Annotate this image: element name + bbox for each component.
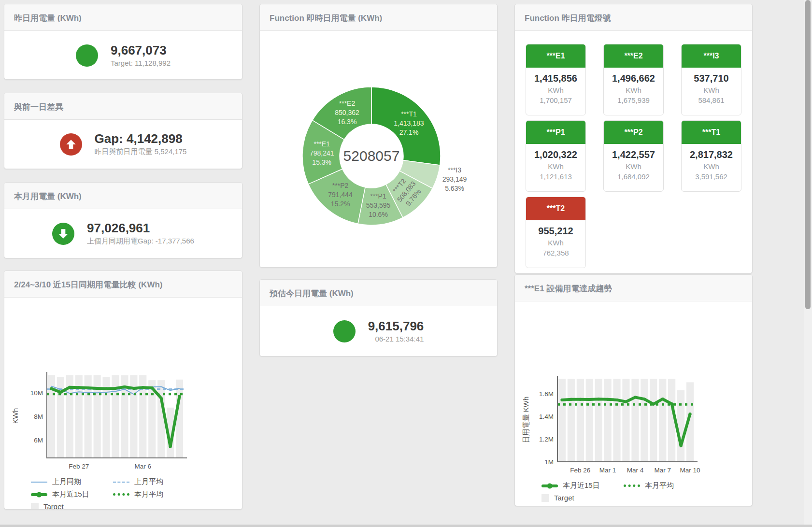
- svg-text:Mar 6: Mar 6: [135, 463, 152, 470]
- svg-text:KWh: KWh: [11, 408, 19, 424]
- card-title: 預估今日用電量 (KWh): [260, 280, 497, 306]
- tile-target: 762,358: [526, 249, 585, 257]
- stat-value: 9,667,073: [111, 43, 171, 57]
- legend-item-last-month-same-period[interactable]: 上月同期: [31, 477, 113, 486]
- tile-value: 537,710: [682, 73, 741, 84]
- status-tile-p1: ***P1 1,020,322 KWh 1,121,613: [526, 120, 586, 192]
- status-tile-e1: ***E1 1,415,856 KWh 1,700,157: [526, 44, 586, 115]
- tile-value: 2,817,832: [682, 149, 741, 160]
- status-tile-p2: ***P2 1,422,557 KWh 1,684,092: [603, 120, 664, 192]
- green-thick-line-swatch: [31, 493, 47, 496]
- svg-text:1M: 1M: [544, 458, 554, 466]
- tile-value: 1,422,557: [604, 149, 663, 160]
- svg-text:Mar 1: Mar 1: [599, 467, 616, 474]
- card-prev-day-gap: 與前一日差異 Gap: 4,142,898 昨日與前日用電量 5,524,175: [4, 93, 242, 169]
- arrow-down-icon: [52, 223, 74, 245]
- stat-row: Gap: 4,142,898 昨日與前日用電量 5,524,175: [4, 120, 242, 169]
- tile-header: ***P2: [604, 121, 663, 144]
- legend-item-target[interactable]: Target: [31, 502, 113, 510]
- card-realtime-donut: Function 即時日用電量 (KWh) ***T11,413,18327.1…: [259, 4, 498, 268]
- gray-box-swatch: [541, 494, 549, 502]
- card-e1-trend-chart: ***E1 設備用電達成趨勢 1M1.2M1.4M1.6MFeb 26Mar 1…: [514, 274, 753, 506]
- card-status-lights: Function 昨日用電燈號 ***E1 1,415,856 KWh 1,70…: [514, 4, 753, 273]
- svg-text:***I3: ***I3: [448, 166, 461, 174]
- card-title: 與前一日差異: [4, 93, 242, 120]
- vertical-scrollbar-thumb[interactable]: [805, 0, 811, 309]
- stat-row: 9,615,796 06-21 15:34:41: [260, 306, 497, 356]
- tile-target: 3,591,562: [682, 172, 741, 181]
- svg-text:791,444: 791,444: [328, 191, 353, 199]
- stat-value: Gap: 4,142,898: [95, 132, 187, 146]
- svg-text:***T1: ***T1: [401, 110, 417, 118]
- green-dotted-line-swatch: [624, 484, 640, 487]
- svg-text:10M: 10M: [30, 389, 43, 397]
- stat-value: 9,615,796: [368, 319, 424, 333]
- tile-unit: KWh: [526, 162, 585, 171]
- svg-text:16.3%: 16.3%: [338, 118, 357, 126]
- legend-item-target[interactable]: Target: [541, 494, 624, 502]
- gray-box-swatch: [31, 503, 39, 510]
- card-title: ***E1 設備用電達成趨勢: [515, 275, 752, 301]
- chart-area: 6M8M10MFeb 27Mar 6KWh 上月同期 上月平均 本月近1: [4, 370, 242, 510]
- tile-unit: KWh: [682, 162, 741, 171]
- svg-text:1,413,183: 1,413,183: [394, 119, 424, 127]
- stat-subtitle: 上個月同期用電Gap: -17,377,566: [87, 237, 194, 246]
- svg-text:Mar 7: Mar 7: [654, 467, 671, 474]
- svg-text:Feb 27: Feb 27: [69, 463, 89, 470]
- tile-unit: KWh: [526, 239, 585, 247]
- legend-label: 本月平均: [645, 481, 674, 490]
- svg-text:***P2: ***P2: [332, 182, 349, 189]
- svg-text:日用電量 KWh: 日用電量 KWh: [522, 397, 530, 443]
- tiles-area: ***E1 1,415,856 KWh 1,700,157 ***E2 1,49…: [515, 44, 752, 268]
- legend-item-last-month-average[interactable]: 上月平均: [113, 477, 195, 486]
- legend-label: 本月近15日: [563, 481, 600, 490]
- legend-item-this-month-average[interactable]: 本月平均: [624, 481, 706, 490]
- card-yesterday-usage: 昨日用電量 (KWh) 9,667,073 Target: 11,128,992: [4, 4, 242, 80]
- stat-text: 97,026,961 上個月同期用電Gap: -17,377,566: [87, 221, 194, 246]
- legend-item-this-month-15days[interactable]: 本月近15日: [541, 481, 624, 490]
- realtime-usage-donut-chart[interactable]: ***T11,413,18327.1%***I3293,1495.63%***T…: [260, 31, 498, 268]
- tile-unit: KWh: [604, 162, 663, 171]
- blue-dashed-line-swatch: [113, 482, 129, 483]
- comparison-line-chart[interactable]: 6M8M10MFeb 27Mar 6KWh: [4, 370, 236, 474]
- tile-value: 1,415,856: [526, 73, 585, 84]
- vertical-scrollbar-track[interactable]: [804, 0, 812, 527]
- svg-text:Mar 10: Mar 10: [680, 467, 700, 474]
- legend-label: 上月平均: [134, 477, 163, 486]
- e1-trend-line-chart[interactable]: 1M1.2M1.4M1.6MFeb 26Mar 1Mar 4Mar 7Mar 1…: [515, 374, 747, 478]
- tile-unit: KWh: [682, 86, 741, 94]
- arrow-up-icon: [60, 133, 82, 156]
- svg-text:Mar 4: Mar 4: [627, 467, 644, 474]
- chart-area: 1M1.2M1.4M1.6MFeb 26Mar 1Mar 4Mar 7Mar 1…: [515, 374, 752, 502]
- status-circle-green: [76, 44, 98, 67]
- tile-target: 1,121,613: [526, 172, 585, 181]
- svg-text:553,595: 553,595: [366, 201, 391, 209]
- tile-header: ***T1: [682, 121, 741, 144]
- tile-value: 1,020,322: [526, 149, 585, 160]
- legend-item-this-month-average[interactable]: 本月平均: [113, 490, 195, 499]
- green-dotted-line-swatch: [113, 493, 129, 496]
- stat-text: 9,667,073 Target: 11,128,992: [111, 43, 171, 67]
- svg-text:1.6M: 1.6M: [539, 390, 554, 398]
- tile-target: 1,684,092: [604, 172, 663, 181]
- stat-row: 97,026,961 上個月同期用電Gap: -17,377,566: [4, 209, 242, 258]
- svg-text:5.63%: 5.63%: [445, 185, 464, 192]
- status-tile-t1: ***T1 2,817,832 KWh 3,591,562: [681, 120, 741, 192]
- svg-text:1.2M: 1.2M: [539, 436, 554, 443]
- svg-text:***E1: ***E1: [313, 140, 330, 148]
- svg-text:798,241: 798,241: [310, 149, 334, 157]
- svg-text:850,362: 850,362: [335, 109, 359, 116]
- stat-subtitle: Target: 11,128,992: [111, 59, 171, 67]
- tile-header: ***P1: [526, 121, 585, 144]
- legend-label: Target: [554, 494, 574, 502]
- stat-text: Gap: 4,142,898 昨日與前日用電量 5,524,175: [95, 132, 187, 157]
- chart-area: ***T11,413,18327.1%***I3293,1495.63%***T…: [260, 31, 497, 268]
- tile-unit: KWh: [526, 86, 585, 94]
- dashboard: 昨日用電量 (KWh) 9,667,073 Target: 11,128,992…: [0, 0, 812, 527]
- tile-unit: KWh: [604, 86, 663, 94]
- legend-item-this-month-15days[interactable]: 本月近15日: [31, 490, 113, 499]
- stat-subtitle: 昨日與前日用電量 5,524,175: [95, 147, 187, 157]
- card-title: Function 昨日用電燈號: [515, 4, 752, 31]
- card-title: 本月用電量 (KWh): [4, 183, 242, 209]
- stat-timestamp: 06-21 15:34:41: [368, 335, 424, 343]
